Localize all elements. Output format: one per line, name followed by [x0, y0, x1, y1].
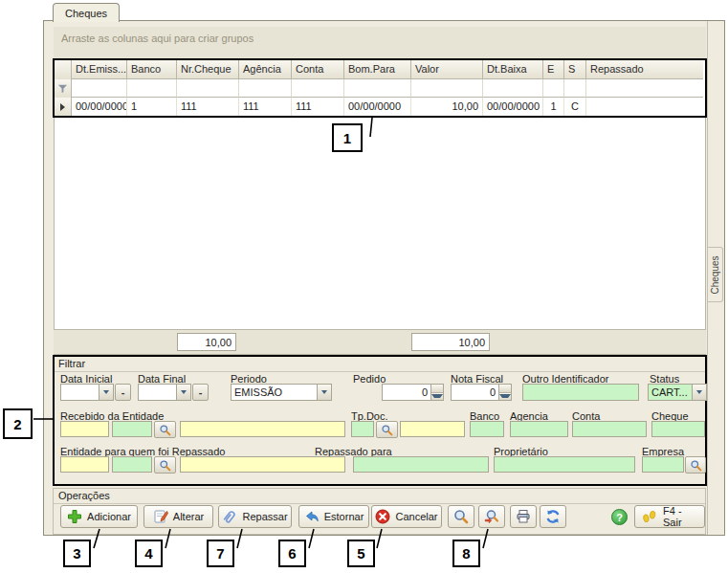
status-select[interactable]: CART... [648, 384, 707, 401]
data-final-clear-button[interactable]: - [192, 384, 209, 401]
grid-filter-row[interactable] [55, 79, 705, 98]
callout-1: 1 [332, 123, 363, 152]
operacoes-caption-divider [54, 503, 705, 504]
col-dt-emissao[interactable]: Dt.Emiss... [72, 60, 127, 79]
search-next-button[interactable] [478, 505, 505, 528]
callout-3-label: 3 [73, 545, 80, 562]
side-tab-cheques[interactable]: Cheques [708, 247, 723, 302]
entidade-repassado-search-button[interactable] [154, 456, 176, 474]
cell-s: C [564, 98, 586, 116]
footer-sum-nr-cheque: 10,00 [177, 333, 236, 351]
col-banco[interactable]: Banco [127, 60, 177, 79]
tab-cheques[interactable]: Cheques [53, 3, 120, 22]
cancel-icon [375, 509, 390, 524]
col-nr-cheque[interactable]: Nr.Cheque [177, 60, 239, 79]
estornar-label: Estornar [324, 511, 364, 522]
agencia-input[interactable] [510, 421, 568, 437]
recebido-nome-input[interactable] [180, 421, 345, 437]
tp-doc-search-button[interactable] [376, 421, 398, 438]
proprietario-input[interactable] [494, 456, 635, 473]
f4-sair-button[interactable]: F4 - Sair [634, 505, 705, 528]
pedido-value: 0 [383, 386, 430, 398]
nota-fiscal-spinner[interactable]: 0 [451, 384, 512, 401]
status-value: CART... [649, 386, 692, 398]
search-button[interactable] [448, 505, 474, 528]
cell-agencia: 111 [239, 98, 292, 116]
callout-2: 2 [3, 408, 33, 439]
table-row[interactable]: 00/00/0000 1 111 111 111 00/00/0000 10,0… [55, 98, 705, 116]
grid-empty-area[interactable] [54, 118, 706, 329]
empresa-search-button[interactable] [685, 456, 706, 474]
col-agencia[interactable]: Agência [239, 60, 292, 79]
periodo-value: EMISSÃO [232, 386, 317, 398]
footprints-icon [641, 509, 658, 524]
estornar-button[interactable]: Estornar [298, 505, 369, 528]
grid-group-band[interactable]: Arraste as colunas aqui para criar grupo… [54, 27, 706, 58]
entidade-repassado-nome-input[interactable] [180, 456, 345, 473]
print-button[interactable] [510, 505, 537, 528]
search-icon [453, 509, 469, 524]
empresa-input[interactable] [642, 456, 684, 473]
search-icon [381, 424, 393, 436]
cheques-grid: Dt.Emiss... Banco Nr.Cheque Agência Cont… [53, 58, 707, 118]
col-dt-baixa[interactable]: Dt.Baixa [483, 60, 543, 79]
nota-fiscal-value: 0 [452, 386, 498, 398]
refresh-icon [545, 509, 561, 524]
f4-sair-label: F4 - Sair [663, 505, 698, 528]
adicionar-button[interactable]: Adicionar [60, 505, 138, 528]
banco-input[interactable] [470, 421, 504, 437]
col-e[interactable]: E [543, 60, 564, 79]
help-glyph: ? [616, 512, 623, 523]
callout-7: 7 [207, 540, 234, 567]
col-s[interactable]: S [564, 60, 586, 79]
cancelar-button[interactable]: Cancelar [371, 505, 442, 528]
periodo-drop-icon[interactable] [317, 385, 331, 400]
cell-dt-baixa: 00/00/0000 [483, 98, 543, 116]
search-icon [159, 459, 171, 472]
tp-doc-input[interactable] [351, 421, 374, 437]
help-icon[interactable]: ? [611, 509, 628, 525]
col-conta[interactable]: Conta [292, 60, 344, 79]
grid-header-row: Dt.Emiss... Banco Nr.Cheque Agência Cont… [55, 60, 705, 79]
periodo-select[interactable]: EMISSÃO [231, 384, 332, 401]
callout-6-label: 6 [288, 545, 296, 562]
pedido-spin-buttons[interactable] [430, 385, 443, 400]
callout-6: 6 [278, 540, 306, 567]
conta-input[interactable] [572, 421, 647, 437]
data-inicial-combo[interactable] [60, 384, 114, 401]
pedido-spinner[interactable]: 0 [382, 384, 444, 401]
filter-row-indicator [55, 79, 72, 98]
entidade-repassado-codigo-input[interactable] [60, 456, 109, 473]
entidade-repassado-id-input[interactable] [112, 456, 152, 473]
filtrar-caption-divider [55, 371, 705, 372]
alterar-button[interactable]: Alterar [143, 505, 213, 528]
recebido-codigo-input[interactable] [60, 421, 109, 437]
cheque-input[interactable] [651, 421, 705, 437]
tp-doc-nome-input[interactable] [400, 421, 465, 437]
status-drop-icon[interactable] [692, 385, 706, 400]
undo-arrow-icon [304, 509, 320, 524]
callout-7-label: 7 [216, 545, 224, 562]
cell-valor: 10,00 [411, 98, 483, 116]
refresh-button[interactable] [540, 505, 566, 528]
nota-fiscal-spin-buttons[interactable] [498, 385, 511, 400]
recebido-search-button[interactable] [154, 421, 176, 438]
col-repassado[interactable]: Repassado [586, 60, 703, 79]
data-final-drop-icon[interactable] [176, 385, 190, 400]
cancelar-label: Cancelar [395, 511, 437, 522]
data-inicial-drop-icon[interactable] [99, 385, 113, 400]
callout-8-label: 8 [462, 545, 470, 562]
callout-4: 4 [135, 540, 163, 567]
recebido-id-input[interactable] [112, 421, 152, 437]
callout-4-label: 4 [144, 545, 152, 562]
edit-note-icon [153, 509, 168, 524]
data-inicial-clear-button[interactable]: - [115, 384, 131, 401]
outro-identificador-input[interactable] [522, 384, 639, 401]
repassado-para-input[interactable] [353, 456, 489, 473]
repassar-button[interactable]: Repassar [218, 505, 292, 528]
col-bom-para[interactable]: Bom.Para [344, 60, 411, 79]
callout-3: 3 [63, 540, 91, 567]
callout-8: 8 [452, 540, 480, 567]
data-final-combo[interactable] [138, 384, 191, 401]
col-valor[interactable]: Valor [411, 60, 483, 79]
